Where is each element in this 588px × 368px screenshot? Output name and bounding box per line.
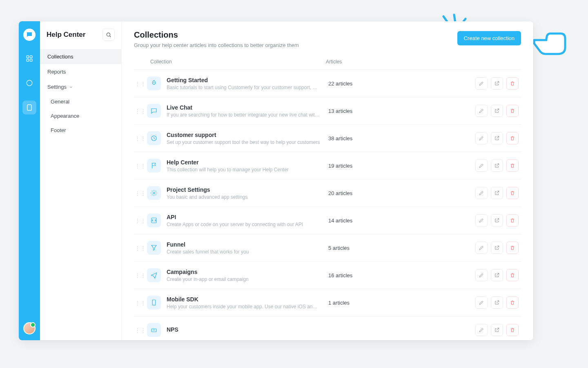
open-external-button[interactable] [491,242,503,254]
drag-handle-icon[interactable]: ⋮⋮ [134,190,147,196]
open-external-button[interactable] [491,187,503,199]
article-count: 14 articles [328,218,475,224]
edit-button[interactable] [475,296,488,309]
open-external-button[interactable] [491,296,503,309]
edit-button[interactable] [475,269,488,281]
drag-handle-icon[interactable]: ⋮⋮ [134,300,147,306]
drag-handle-icon[interactable]: ⋮⋮ [134,272,147,278]
open-external-button[interactable] [491,159,503,172]
delete-button[interactable] [506,242,519,254]
nav-label: Collections [47,54,74,60]
collection-icon [147,76,161,90]
nav-subitem-footer[interactable]: Footer [40,123,121,137]
delete-button[interactable] [506,132,519,144]
app-logo[interactable] [23,29,36,41]
edit-button[interactable] [475,214,488,227]
open-external-button[interactable] [491,324,503,336]
drag-handle-icon[interactable]: ⋮⋮ [134,108,147,114]
table-row[interactable]: ⋮⋮FunnelCreate sales funnel that works f… [134,234,521,261]
table-row[interactable]: ⋮⋮APICreate Apps or code on your server … [134,206,521,234]
collection-icon [147,159,161,173]
open-external-button[interactable] [491,105,503,117]
table-row[interactable]: ⋮⋮Mobile SDKHelp your customers inside y… [134,289,521,316]
drag-handle-icon[interactable]: ⋮⋮ [134,327,147,333]
open-external-button[interactable] [491,269,503,281]
open-external-button[interactable] [491,214,503,227]
collection-text: Help CenterThis collection will help you… [167,159,328,173]
collection-title: Live Chat [167,104,320,111]
article-count: 19 articles [328,163,475,169]
delete-button[interactable] [506,324,519,336]
nav-rail [19,21,40,340]
edit-button[interactable] [475,132,488,144]
drag-handle-icon[interactable]: ⋮⋮ [134,245,147,251]
delete-button[interactable] [506,187,519,199]
delete-button[interactable] [506,269,519,281]
edit-button[interactable] [475,324,488,336]
nav-label: Reports [47,69,66,75]
pencil-icon [479,272,484,278]
drag-handle-icon[interactable]: ⋮⋮ [134,218,147,224]
search-button[interactable] [102,29,115,41]
table-row[interactable]: ⋮⋮Live ChatIf you are searching for how … [134,97,521,124]
nav-item-reports[interactable]: Reports [40,64,121,79]
collection-desc: Help your customers inside your mobile a… [167,304,320,310]
article-count: 16 articles [328,272,475,278]
table-row[interactable]: ⋮⋮NPS [134,316,521,340]
nav-item-settings[interactable]: Settings [40,79,121,94]
svg-rect-1 [30,56,32,58]
open-external-button[interactable] [491,77,503,90]
row-actions [475,269,521,281]
nav-subitem-appearance[interactable]: Appearance [40,109,121,123]
collection-desc: This collection will help you to manage … [167,167,320,173]
drag-handle-icon[interactable]: ⋮⋮ [134,81,147,87]
external-link-icon [494,218,500,223]
delete-button[interactable] [506,296,519,309]
table-row[interactable]: ⋮⋮CampaignsCreate your in-app or email c… [134,261,521,289]
external-link-icon [494,245,500,251]
edit-button[interactable] [475,242,488,254]
external-link-icon [494,163,500,168]
edit-button[interactable] [475,77,488,90]
pencil-icon [479,218,484,223]
svg-point-6 [107,33,110,36]
sidebar-title: Help Center [47,31,85,39]
table-row[interactable]: ⋮⋮Help CenterThis collection will help y… [134,152,521,179]
rail-item-chat[interactable] [22,76,36,90]
rail-item-help-center[interactable] [22,101,36,114]
svg-rect-3 [30,59,32,61]
collection-title: Project Settings [167,186,320,193]
delete-button[interactable] [506,159,519,172]
drag-handle-icon[interactable]: ⋮⋮ [134,135,147,141]
create-collection-button[interactable]: Create new collection [457,31,521,45]
delete-button[interactable] [506,105,519,117]
svg-point-4 [27,80,32,86]
table-row[interactable]: ⋮⋮Customer supportSet up your customer s… [134,124,521,152]
collection-title: API [167,214,320,220]
nav-item-collections[interactable]: Collections [40,49,121,64]
external-link-icon [494,300,500,305]
delete-button[interactable] [506,77,519,90]
table-row[interactable]: ⋮⋮Project SettingsYou basic and advanced… [134,179,521,206]
edit-button[interactable] [475,187,488,199]
row-actions [475,159,521,172]
table-row[interactable]: ⋮⋮Getting StartedBasic tutorials to star… [134,70,521,97]
pencil-icon [479,108,484,114]
collection-desc: You basic and advanced app settings [167,194,320,200]
rail-item-dashboard[interactable] [22,52,36,65]
drag-handle-icon[interactable]: ⋮⋮ [134,163,147,169]
collection-title: Campaigns [167,269,320,275]
edit-button[interactable] [475,105,488,117]
delete-button[interactable] [506,214,519,227]
col-header-articles: Articles [326,59,521,65]
open-external-button[interactable] [491,132,503,144]
user-avatar[interactable] [23,322,36,334]
trash-icon [510,163,515,168]
collection-desc: Create sales funnel that works for you [167,249,320,255]
svg-rect-5 [27,105,32,110]
edit-button[interactable] [475,159,488,172]
article-count: 38 articles [328,135,475,141]
row-actions [475,242,521,254]
collection-icon [147,213,161,227]
nav-subitem-general[interactable]: General [40,94,121,109]
